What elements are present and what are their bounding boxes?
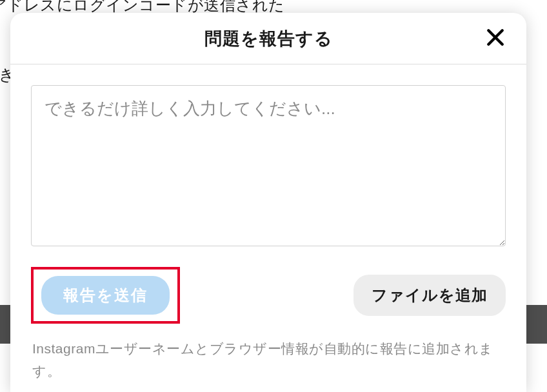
report-description-input[interactable] [31,85,506,246]
report-problem-modal: 問題を報告する 報告を送信 ファイルを追加 Instagramユーザーネームとブ… [10,13,526,392]
modal-body [10,64,526,249]
modal-title: 問題を報告する [204,27,333,50]
close-button[interactable] [482,26,508,52]
close-icon [485,27,506,50]
button-row: 報告を送信 ファイルを追加 [10,267,526,324]
modal-header: 問題を報告する [10,13,526,64]
add-file-button[interactable]: ファイルを追加 [353,275,506,316]
disclaimer-text: Instagramユーザーネームとブラウザー情報が自動的に報告に追加されます。 [10,324,526,382]
submit-highlight-annotation: 報告を送信 [31,267,180,324]
submit-report-button[interactable]: 報告を送信 [41,276,170,315]
